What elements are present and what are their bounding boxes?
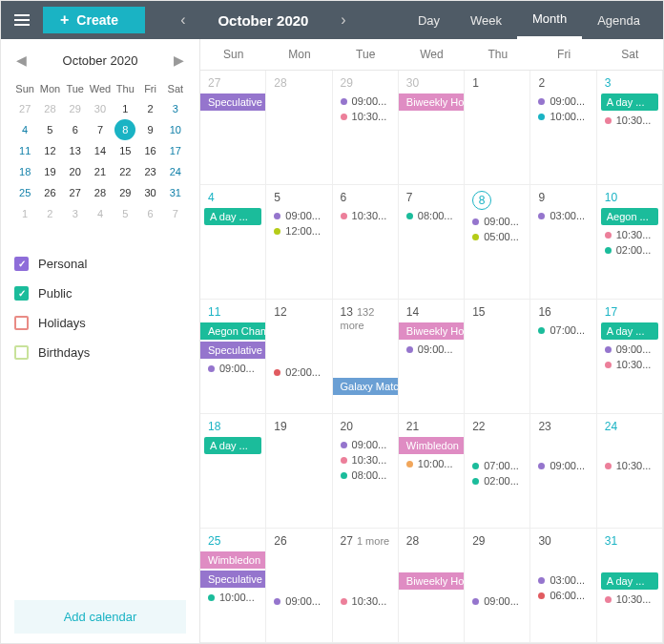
- mini-day[interactable]: 15: [113, 140, 137, 161]
- mini-day[interactable]: 23: [137, 161, 162, 182]
- calendar-item[interactable]: Public: [14, 279, 186, 308]
- event-bar[interactable]: Biweekly Horror Boo...: [399, 572, 465, 590]
- event-bar[interactable]: A day ...: [204, 437, 261, 454]
- mini-day[interactable]: 18: [12, 161, 37, 182]
- day-cell[interactable]: 18A day ...: [200, 414, 266, 529]
- more-link[interactable]: 1 more: [357, 535, 389, 547]
- event-item[interactable]: 10:30...: [601, 227, 658, 242]
- event-item[interactable]: 09:00...: [468, 593, 526, 609]
- day-cell[interactable]: 25WimbledonSpeculative Fiction Discussio…: [200, 529, 266, 643]
- day-cell[interactable]: 17A day ...09:00...10:30...: [597, 300, 663, 414]
- mini-day[interactable]: 9: [137, 119, 162, 140]
- mini-day[interactable]: 1: [113, 98, 137, 119]
- event-item[interactable]: 10:00...: [403, 456, 460, 471]
- prev-month-icon[interactable]: ‹: [172, 9, 195, 31]
- event-bar[interactable]: Aegon Championship: [200, 322, 266, 340]
- day-cell[interactable]: 2009:00...10:30...08:00...: [333, 414, 399, 529]
- checkbox-icon[interactable]: [14, 316, 29, 330]
- event-item[interactable]: 09:00...: [468, 214, 526, 229]
- day-cell[interactable]: 2410:30...: [597, 414, 663, 529]
- day-cell[interactable]: 10Aegon ...10:30...02:00...: [597, 185, 663, 300]
- day-cell[interactable]: 28Biweekly Horror Boo...: [399, 529, 465, 643]
- checkbox-icon[interactable]: [14, 345, 29, 360]
- mini-day[interactable]: 10: [163, 119, 188, 140]
- mini-day[interactable]: 11: [12, 140, 37, 161]
- day-cell[interactable]: 14Biweekly Horror Boo...09:00...: [399, 300, 465, 414]
- mini-day[interactable]: 24: [163, 161, 188, 182]
- checkbox-icon[interactable]: [14, 257, 29, 271]
- mini-day[interactable]: 1: [12, 203, 37, 224]
- mini-day[interactable]: 12: [37, 140, 62, 161]
- event-item[interactable]: 09:00...: [337, 93, 394, 109]
- mini-day[interactable]: 6: [137, 203, 162, 224]
- event-item[interactable]: 03:00...: [534, 572, 591, 588]
- mini-day[interactable]: 25: [12, 182, 37, 203]
- mini-day[interactable]: 19: [37, 161, 62, 182]
- event-item[interactable]: 06:00...: [534, 588, 591, 603]
- more-link[interactable]: 132 more: [341, 306, 375, 331]
- mini-day[interactable]: 29: [63, 98, 88, 119]
- tab-day[interactable]: Day: [403, 1, 455, 39]
- mini-day[interactable]: 30: [137, 182, 162, 203]
- event-bar[interactable]: Aegon ...: [601, 208, 658, 225]
- tab-agenda[interactable]: Agenda: [582, 1, 655, 39]
- event-item[interactable]: 10:30...: [601, 592, 658, 607]
- event-item[interactable]: 09:00...: [534, 458, 591, 473]
- day-cell[interactable]: 4A day ...: [200, 185, 266, 300]
- event-bar[interactable]: Speculative Fiction Discussion Club: [200, 342, 266, 359]
- mini-day[interactable]: 4: [12, 119, 37, 140]
- event-item[interactable]: 09:00...: [534, 93, 591, 109]
- event-item[interactable]: 07:00...: [468, 458, 526, 473]
- mini-day[interactable]: 30: [88, 98, 113, 119]
- day-cell[interactable]: 271 more10:30...: [333, 529, 399, 643]
- event-bar[interactable]: Wimbledon: [399, 437, 465, 454]
- create-button[interactable]: +Create: [43, 7, 145, 33]
- checkbox-icon[interactable]: [14, 286, 29, 301]
- add-calendar-button[interactable]: Add calendar: [14, 600, 186, 634]
- day-cell[interactable]: 610:30...: [333, 185, 399, 300]
- event-item[interactable]: 10:00...: [204, 590, 261, 605]
- day-cell[interactable]: 13132 moreGalaxy Match: [333, 300, 399, 414]
- event-bar[interactable]: Speculative Fiction Discussion Club: [200, 571, 266, 588]
- mini-day[interactable]: 27: [12, 98, 37, 119]
- event-item[interactable]: 10:30...: [601, 357, 658, 372]
- mini-day[interactable]: 21: [88, 161, 113, 182]
- event-item[interactable]: 08:00...: [403, 208, 460, 223]
- mini-day[interactable]: 3: [63, 203, 88, 224]
- mini-day[interactable]: 4: [88, 203, 113, 224]
- mini-next-icon[interactable]: ▶: [170, 49, 188, 72]
- day-cell[interactable]: 2609:00...: [266, 529, 332, 643]
- event-item[interactable]: 09:00...: [403, 342, 460, 357]
- day-cell[interactable]: 31A day ...10:30...: [597, 529, 663, 643]
- day-cell[interactable]: 3A day ...10:30...: [597, 71, 663, 185]
- event-bar[interactable]: A day ...: [204, 208, 261, 225]
- tab-week[interactable]: Week: [455, 1, 517, 39]
- event-item[interactable]: 10:30...: [601, 458, 658, 473]
- event-item[interactable]: 02:00...: [270, 364, 327, 380]
- mini-day[interactable]: 14: [88, 140, 113, 161]
- event-item[interactable]: 09:00...: [204, 361, 261, 376]
- event-item[interactable]: 10:30...: [337, 452, 394, 467]
- mini-day[interactable]: 27: [63, 182, 88, 203]
- event-bar[interactable]: Galaxy Match: [333, 378, 399, 395]
- day-cell[interactable]: 509:00...12:00...: [266, 185, 332, 300]
- event-bar[interactable]: A day ...: [601, 93, 658, 111]
- calendar-item[interactable]: Personal: [14, 249, 186, 279]
- menu-icon[interactable]: [9, 7, 35, 33]
- event-item[interactable]: 05:00...: [468, 229, 526, 244]
- mini-day[interactable]: 29: [113, 182, 137, 203]
- mini-day[interactable]: 16: [137, 140, 162, 161]
- day-cell[interactable]: 1607:00...: [530, 300, 596, 414]
- day-cell[interactable]: 15: [465, 300, 530, 414]
- event-item[interactable]: 12:00...: [270, 223, 327, 239]
- day-cell[interactable]: 21Wimbledon10:00...: [399, 414, 465, 529]
- event-bar[interactable]: Wimbledon: [200, 551, 266, 569]
- day-cell[interactable]: 28: [266, 71, 332, 185]
- day-cell[interactable]: 708:00...: [399, 185, 465, 300]
- event-item[interactable]: 02:00...: [601, 242, 658, 258]
- tab-month[interactable]: Month: [517, 1, 582, 39]
- day-cell[interactable]: 903:00...: [530, 185, 596, 300]
- mini-day[interactable]: 5: [113, 203, 137, 224]
- mini-day[interactable]: 22: [113, 161, 137, 182]
- mini-day[interactable]: 26: [37, 182, 62, 203]
